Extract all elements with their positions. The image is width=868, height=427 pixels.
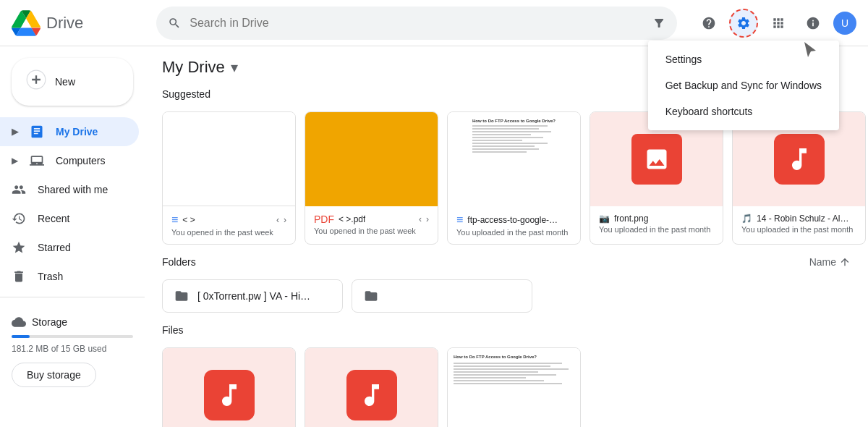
recent-icon bbox=[12, 211, 26, 226]
folder-name-0: [ 0xTorrent.pw ] VA - Hi… bbox=[197, 290, 310, 302]
dropdown-item-settings[interactable]: Settings bbox=[648, 46, 839, 72]
file-preview-ftp: How to Do FTP Access to Google Drive? bbox=[448, 112, 580, 206]
my-drive-expand-icon: ▶ bbox=[12, 127, 18, 137]
files-audio1-icon bbox=[204, 370, 255, 420]
sidebar-recent-label: Recent bbox=[38, 213, 69, 224]
header: Drive U bbox=[0, 0, 868, 46]
image-date: You uploaded in the past month bbox=[599, 225, 714, 234]
file-card-ftp[interactable]: How to Do FTP Access to Google Drive? bbox=[447, 111, 581, 245]
drive-logo-icon bbox=[12, 9, 41, 38]
search-icon bbox=[168, 16, 181, 30]
sidebar-item-my-drive[interactable]: ▶ My Drive bbox=[0, 117, 139, 146]
filter-icon bbox=[652, 16, 665, 30]
logo-area: Drive bbox=[12, 9, 156, 38]
buy-storage-button[interactable]: Buy storage bbox=[12, 363, 96, 387]
files-label: Files bbox=[145, 318, 868, 342]
sidebar-trash-label: Trash bbox=[38, 271, 63, 282]
pdf-prev-btn[interactable]: ‹ bbox=[419, 214, 422, 224]
settings-button[interactable] bbox=[729, 9, 758, 38]
folder-icon-1 bbox=[364, 289, 378, 303]
page-title: My Drive bbox=[162, 58, 225, 77]
plus-icon bbox=[26, 69, 46, 94]
ftp-date: You uploaded in the past month bbox=[456, 228, 571, 237]
search-input[interactable] bbox=[190, 17, 644, 30]
file-name-audio: 14 - Robin Schulz - Alane… bbox=[757, 214, 851, 224]
audio-date: You uploaded in the past month bbox=[741, 225, 856, 234]
header-right: U bbox=[694, 9, 856, 38]
sort-up-icon bbox=[839, 256, 851, 268]
settings-dropdown: Settings Get Backup and Sync for Windows… bbox=[648, 41, 839, 130]
audio-large-icon bbox=[774, 134, 825, 185]
file-icon-audio: 🎵 bbox=[741, 214, 752, 224]
sort-button[interactable]: Name bbox=[809, 256, 851, 268]
sort-label: Name bbox=[809, 256, 836, 268]
starred-icon bbox=[12, 240, 26, 255]
my-drive-icon bbox=[30, 124, 44, 139]
info-button[interactable] bbox=[799, 9, 827, 38]
files-preview-ftp: How to Do FTP Access to Google Drive? bbox=[448, 348, 580, 427]
files-preview-audio1 bbox=[163, 348, 295, 427]
trash-icon bbox=[12, 269, 26, 284]
file-name-ftp: ftp-access-to-google-dri… bbox=[467, 215, 561, 225]
sidebar-computers-label: Computers bbox=[56, 155, 105, 166]
storage-bar-fill bbox=[12, 335, 30, 338]
sidebar-my-drive-label: My Drive bbox=[56, 126, 98, 138]
sidebar-item-trash[interactable]: Trash bbox=[0, 262, 139, 291]
files-grid: How to Do FTP Access to Google Drive? bbox=[145, 342, 868, 427]
shared-icon bbox=[12, 182, 26, 197]
file-card-image[interactable]: 📷 front.png You uploaded in the past mon… bbox=[590, 111, 723, 245]
file-icon-pdf: PDF bbox=[314, 214, 334, 225]
sidebar-item-recent[interactable]: Recent bbox=[0, 204, 139, 233]
next-btn[interactable]: › bbox=[284, 215, 286, 225]
file-name-pdf: < >.pdf bbox=[339, 214, 365, 224]
file-icon-doc: ≡ bbox=[171, 214, 178, 227]
folder-item-0[interactable]: [ 0xTorrent.pw ] VA - Hi… bbox=[162, 279, 343, 313]
files-preview-audio2 bbox=[305, 348, 438, 427]
file-date: You opened in the past week bbox=[171, 228, 286, 237]
file-icon-image: 📷 bbox=[599, 214, 610, 224]
search-bar[interactable] bbox=[156, 7, 677, 40]
new-button[interactable]: New bbox=[12, 58, 133, 106]
files-card-audio2[interactable] bbox=[305, 347, 438, 427]
title-dropdown-button[interactable]: ▾ bbox=[231, 59, 238, 76]
storage-label: Storage bbox=[32, 316, 67, 328]
file-preview-doc bbox=[163, 112, 295, 206]
sidebar-item-computers[interactable]: ▶ Computers bbox=[0, 146, 139, 175]
avatar[interactable]: U bbox=[833, 12, 856, 35]
image-large-icon bbox=[631, 134, 682, 185]
storage-bar-background bbox=[12, 335, 133, 338]
file-card-pdf[interactable]: PDF < >.pdf ‹ › You opened in the past w… bbox=[305, 111, 438, 245]
pdf-date: You opened in the past week bbox=[314, 227, 429, 235]
folders-label: Folders bbox=[162, 256, 196, 268]
file-name-image: front.png bbox=[614, 214, 648, 224]
dropdown-item-keyboard[interactable]: Keyboard shortcuts bbox=[648, 98, 839, 124]
app-name: Drive bbox=[46, 14, 83, 33]
computers-icon bbox=[30, 153, 44, 168]
folders-grid: [ 0xTorrent.pw ] VA - Hi… bbox=[145, 274, 868, 318]
help-button[interactable] bbox=[694, 9, 723, 38]
sidebar-shared-label: Shared with me bbox=[38, 184, 108, 195]
sidebar: New ▶ My Drive ▶ Computers Shared with m… bbox=[0, 46, 145, 427]
sidebar-starred-label: Starred bbox=[38, 242, 71, 253]
file-preview-pdf bbox=[305, 112, 438, 206]
computers-expand-icon: ▶ bbox=[12, 156, 18, 166]
storage-used-text: 181.2 MB of 15 GB used bbox=[12, 344, 133, 354]
file-card-audio[interactable]: 🎵 14 - Robin Schulz - Alane… You uploade… bbox=[732, 111, 866, 245]
folder-icon-0 bbox=[174, 289, 189, 303]
new-button-label: New bbox=[55, 76, 75, 88]
folder-item-1[interactable] bbox=[352, 279, 532, 313]
file-icon-ftp: ≡ bbox=[456, 214, 463, 227]
cloud-icon bbox=[12, 315, 26, 329]
prev-btn[interactable]: ‹ bbox=[276, 215, 279, 225]
folders-header: Folders Name bbox=[145, 250, 868, 274]
files-audio2-icon bbox=[346, 370, 397, 420]
sidebar-item-shared[interactable]: Shared with me bbox=[0, 175, 139, 204]
dropdown-item-backup[interactable]: Get Backup and Sync for Windows bbox=[648, 72, 839, 98]
pdf-next-btn[interactable]: › bbox=[426, 214, 429, 224]
sidebar-item-starred[interactable]: Starred bbox=[0, 233, 139, 262]
grid-view-button[interactable] bbox=[764, 9, 793, 38]
files-card-ftp2[interactable]: How to Do FTP Access to Google Drive? bbox=[447, 347, 581, 427]
file-name: < > bbox=[182, 215, 195, 225]
file-card-doc[interactable]: ≡ < > ‹ › You opened in the past week bbox=[162, 111, 296, 245]
files-card-audio1[interactable] bbox=[162, 347, 296, 427]
